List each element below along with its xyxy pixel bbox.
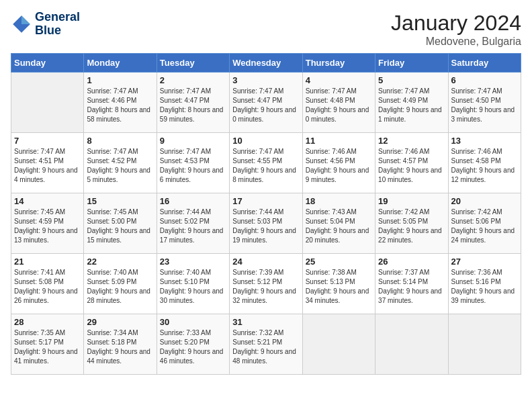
day-cell: 18Sunrise: 7:43 AMSunset: 5:04 PMDayligh… [302,193,375,254]
day-number: 26 [378,257,445,267]
header-cell-saturday: Saturday [448,54,521,73]
day-number: 16 [160,196,226,206]
day-info: Sunrise: 7:45 AMSunset: 5:00 PMDaylight:… [87,208,153,245]
day-number: 10 [232,136,299,146]
week-row-2: 14Sunrise: 7:45 AMSunset: 4:59 PMDayligh… [11,193,521,254]
day-info: Sunrise: 7:32 AMSunset: 5:21 PMDaylight:… [232,328,299,366]
day-info: Sunrise: 7:43 AMSunset: 5:04 PMDaylight:… [306,208,372,245]
day-info: Sunrise: 7:42 AMSunset: 5:05 PMDaylight:… [378,208,445,245]
day-number: 24 [232,257,299,267]
day-info: Sunrise: 7:42 AMSunset: 5:06 PMDaylight:… [451,208,518,245]
day-cell: 10Sunrise: 7:47 AMSunset: 4:55 PMDayligh… [230,133,302,193]
logo-line2: Blue [35,24,80,38]
day-cell: 4Sunrise: 7:47 AMSunset: 4:48 PMDaylight… [302,73,375,133]
day-cell: 15Sunrise: 7:45 AMSunset: 5:00 PMDayligh… [84,193,157,254]
day-info: Sunrise: 7:34 AMSunset: 5:18 PMDaylight:… [87,328,153,366]
day-info: Sunrise: 7:41 AMSunset: 5:08 PMDaylight:… [14,268,81,306]
logo-line1: General [35,11,80,24]
day-info: Sunrise: 7:47 AMSunset: 4:47 PMDaylight:… [160,87,226,124]
day-cell: 3Sunrise: 7:47 AMSunset: 4:47 PMDaylight… [230,73,302,133]
day-info: Sunrise: 7:46 AMSunset: 4:57 PMDaylight:… [378,147,445,185]
day-number: 19 [378,196,445,206]
header-cell-thursday: Thursday [302,54,375,73]
day-number: 25 [306,257,372,267]
day-cell: 26Sunrise: 7:37 AMSunset: 5:14 PMDayligh… [375,254,448,314]
day-cell [448,314,521,375]
day-number: 28 [14,317,81,327]
calendar-header: SundayMondayTuesdayWednesdayThursdayFrid… [11,54,521,73]
day-cell: 19Sunrise: 7:42 AMSunset: 5:05 PMDayligh… [375,193,448,254]
day-info: Sunrise: 7:47 AMSunset: 4:50 PMDaylight:… [451,87,518,124]
day-info: Sunrise: 7:40 AMSunset: 5:10 PMDaylight:… [160,268,226,306]
day-info: Sunrise: 7:47 AMSunset: 4:51 PMDaylight:… [14,147,81,185]
day-info: Sunrise: 7:47 AMSunset: 4:47 PMDaylight:… [232,87,299,124]
day-number: 29 [87,317,153,327]
day-info: Sunrise: 7:40 AMSunset: 5:09 PMDaylight:… [87,268,153,306]
day-info: Sunrise: 7:39 AMSunset: 5:12 PMDaylight:… [232,268,299,306]
day-info: Sunrise: 7:38 AMSunset: 5:13 PMDaylight:… [306,268,372,306]
day-number: 2 [160,75,226,85]
day-info: Sunrise: 7:46 AMSunset: 4:58 PMDaylight:… [451,147,518,185]
week-row-3: 21Sunrise: 7:41 AMSunset: 5:08 PMDayligh… [11,254,521,314]
day-info: Sunrise: 7:47 AMSunset: 4:46 PMDaylight:… [87,87,153,124]
calendar-table: SundayMondayTuesdayWednesdayThursdayFrid… [11,53,521,375]
day-number: 5 [378,75,445,85]
day-number: 17 [232,196,299,206]
logo-icon [11,13,32,35]
day-info: Sunrise: 7:47 AMSunset: 4:48 PMDaylight:… [306,87,372,124]
day-info: Sunrise: 7:47 AMSunset: 4:49 PMDaylight:… [378,87,445,124]
day-cell: 24Sunrise: 7:39 AMSunset: 5:12 PMDayligh… [230,254,302,314]
day-cell: 1Sunrise: 7:47 AMSunset: 4:46 PMDaylight… [84,73,157,133]
day-number: 15 [87,196,153,206]
day-cell: 17Sunrise: 7:44 AMSunset: 5:03 PMDayligh… [230,193,302,254]
day-cell [11,73,84,133]
day-info: Sunrise: 7:47 AMSunset: 4:52 PMDaylight:… [87,147,153,185]
day-info: Sunrise: 7:47 AMSunset: 4:53 PMDaylight:… [160,147,226,185]
day-info: Sunrise: 7:47 AMSunset: 4:55 PMDaylight:… [232,147,299,185]
day-cell: 14Sunrise: 7:45 AMSunset: 4:59 PMDayligh… [11,193,84,254]
day-cell: 11Sunrise: 7:46 AMSunset: 4:56 PMDayligh… [302,133,375,193]
svg-marker-1 [21,15,30,24]
header-cell-sunday: Sunday [11,54,84,73]
day-number: 14 [14,196,81,206]
logo: General Blue [11,11,80,38]
day-number: 1 [87,75,153,85]
day-number: 3 [232,75,299,85]
day-cell: 9Sunrise: 7:47 AMSunset: 4:53 PMDaylight… [157,133,229,193]
header-cell-monday: Monday [84,54,157,73]
day-cell: 31Sunrise: 7:32 AMSunset: 5:21 PMDayligh… [230,314,302,375]
day-number: 6 [451,75,518,85]
day-number: 30 [160,317,226,327]
day-info: Sunrise: 7:46 AMSunset: 4:56 PMDaylight:… [306,147,372,185]
week-row-4: 28Sunrise: 7:35 AMSunset: 5:17 PMDayligh… [11,314,521,375]
week-row-0: 1Sunrise: 7:47 AMSunset: 4:46 PMDaylight… [11,73,521,133]
header-cell-friday: Friday [375,54,448,73]
day-info: Sunrise: 7:36 AMSunset: 5:16 PMDaylight:… [451,268,518,306]
day-cell: 5Sunrise: 7:47 AMSunset: 4:49 PMDaylight… [375,73,448,133]
header-cell-wednesday: Wednesday [230,54,302,73]
day-cell: 8Sunrise: 7:47 AMSunset: 4:52 PMDaylight… [84,133,157,193]
day-number: 21 [14,257,81,267]
day-cell: 28Sunrise: 7:35 AMSunset: 5:17 PMDayligh… [11,314,84,375]
logo-text: General Blue [35,11,80,38]
day-number: 11 [306,136,372,146]
title-block: January 2024 Medovene, Bulgaria [391,11,521,48]
day-number: 31 [232,317,299,327]
day-number: 7 [14,136,81,146]
day-cell: 29Sunrise: 7:34 AMSunset: 5:18 PMDayligh… [84,314,157,375]
day-number: 4 [306,75,372,85]
day-info: Sunrise: 7:44 AMSunset: 5:02 PMDaylight:… [160,208,226,245]
day-number: 8 [87,136,153,146]
day-info: Sunrise: 7:44 AMSunset: 5:03 PMDaylight:… [232,208,299,245]
day-cell: 30Sunrise: 7:33 AMSunset: 5:20 PMDayligh… [157,314,229,375]
day-cell: 22Sunrise: 7:40 AMSunset: 5:09 PMDayligh… [84,254,157,314]
day-cell: 25Sunrise: 7:38 AMSunset: 5:13 PMDayligh… [302,254,375,314]
day-number: 20 [451,196,518,206]
day-number: 9 [160,136,226,146]
day-cell: 20Sunrise: 7:42 AMSunset: 5:06 PMDayligh… [448,193,521,254]
page-header: General Blue January 2024 Medovene, Bulg… [11,11,521,48]
day-cell: 23Sunrise: 7:40 AMSunset: 5:10 PMDayligh… [157,254,229,314]
day-number: 22 [87,257,153,267]
location-title: Medovene, Bulgaria [391,36,521,48]
day-info: Sunrise: 7:35 AMSunset: 5:17 PMDaylight:… [14,328,81,366]
